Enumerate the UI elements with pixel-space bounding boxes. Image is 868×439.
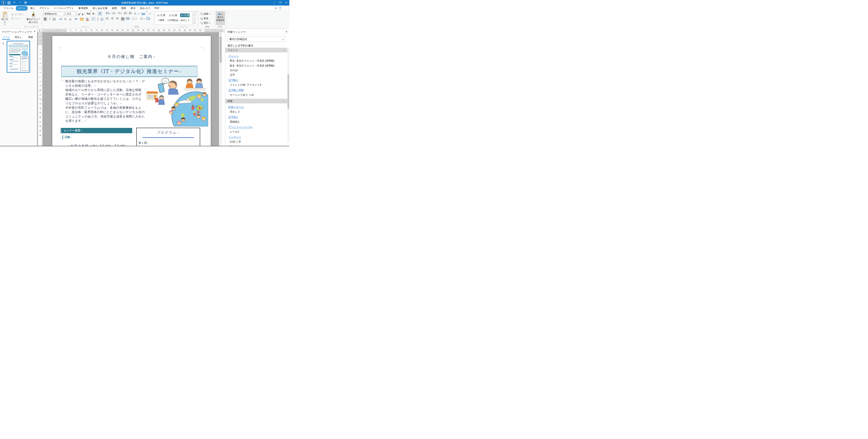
- search-button[interactable]: 検索▼: [200, 12, 210, 15]
- ribbon-tab[interactable]: 参考資料: [76, 6, 90, 10]
- strikethrough-button[interactable]: ab: [59, 17, 63, 21]
- tab-setting-button[interactable]: Tab: [141, 12, 145, 16]
- format-detail-row[interactable]: 文字揃え: [225, 114, 287, 119]
- ribbon-tab[interactable]: 読み上げ: [138, 6, 152, 10]
- document-scrollbar-thumb[interactable]: [220, 36, 222, 63]
- bullets-button[interactable]: ▼: [106, 12, 111, 16]
- phonetic-guide-button[interactable]: A◇: [92, 12, 96, 16]
- character-spacing-button[interactable]: A↔▼: [134, 12, 140, 16]
- format-detail-row[interactable]: 文字飾り: [225, 77, 287, 83]
- format-detail-row[interactable]: レベル2: [225, 129, 287, 134]
- select-button[interactable]: 選択▼: [200, 22, 210, 25]
- format-detail-row[interactable]: 和文: 本文のフォント - 日本語 (游明朝): [225, 58, 287, 63]
- format-detail-row[interactable]: 文字幅と間隔: [225, 87, 287, 92]
- increase-indent-button[interactable]: [128, 12, 132, 16]
- styles-more-icon[interactable]: ≡▼: [193, 20, 196, 24]
- replace-button[interactable]: AB 置換: [200, 17, 208, 20]
- navigation-tab[interactable]: 検索: [25, 34, 37, 39]
- close-button[interactable]: ✕: [283, 0, 289, 5]
- formatting-marks-button[interactable]: →↵: [147, 12, 151, 16]
- font-size-combobox[interactable]: 10.5: [66, 12, 77, 16]
- format-detail-row[interactable]: フォント: [225, 53, 287, 58]
- settings-gear-icon[interactable]: ⚙: [275, 7, 277, 10]
- ribbon-tab[interactable]: 差し込み文書: [90, 6, 110, 10]
- format-detail-row[interactable]: 行頭: 1 字: [225, 139, 287, 144]
- format-detail-row[interactable]: カーニングあり: 1 pt: [225, 92, 287, 97]
- underline-button[interactable]: U▼: [52, 17, 56, 21]
- format-detail-row[interactable]: 見出し 2: [225, 109, 287, 114]
- format-detail-row[interactable]: アウトライン レベル: [225, 124, 287, 129]
- subscript-button[interactable]: Ax: [64, 17, 67, 21]
- numbering-button[interactable]: 123▼: [112, 12, 116, 16]
- style-item[interactable]: かカ漢 ↵標準: [155, 12, 167, 24]
- character-border-button[interactable]: A: [98, 12, 102, 15]
- styles-scroll-down-icon[interactable]: ▼: [193, 16, 196, 20]
- ribbon-tab[interactable]: 校閲: [110, 6, 119, 10]
- justify-button[interactable]: [121, 17, 125, 21]
- navigation-tab[interactable]: ページ: [0, 34, 12, 39]
- multilevel-list-button[interactable]: 1.2.3.▼: [118, 12, 122, 16]
- text-effects-button[interactable]: A▼: [74, 17, 78, 21]
- paste-button[interactable]: 貼り付け ▼: [1, 12, 8, 25]
- highlight-color-button[interactable]: ab▼: [80, 17, 85, 21]
- shading-button[interactable]: ▼: [141, 17, 145, 21]
- superscript-button[interactable]: Ax: [68, 17, 72, 21]
- italic-button[interactable]: I: [48, 17, 52, 21]
- styles-dialog-launcher-icon[interactable]: [195, 10, 197, 12]
- format-detail-row[interactable]: フォントの色: アクセント5: [225, 83, 287, 87]
- task-pane-selector[interactable]: 書式の詳細設定: [227, 37, 285, 42]
- format-detail-row[interactable]: フォント: [225, 48, 287, 53]
- ribbon-tab[interactable]: ファイル: [1, 6, 16, 10]
- navigation-tab[interactable]: 見出し: [12, 34, 25, 39]
- distribute-button[interactable]: [126, 17, 130, 21]
- task-pane-scrollbar-thumb[interactable]: [287, 74, 289, 109]
- paragraph-dialog-launcher-icon[interactable]: [145, 10, 147, 12]
- style-item[interactable]: かカ漢 見出し 1: [179, 12, 191, 24]
- indent-marker[interactable]: [66, 29, 68, 32]
- navigation-close-icon[interactable]: ✕: [34, 30, 35, 33]
- task-pane-close-icon[interactable]: ✕: [286, 30, 287, 33]
- format-detail-row[interactable]: インデント: [225, 134, 287, 139]
- vertical-ruler[interactable]: 21 1234567891011121314151617181920: [38, 32, 42, 146]
- collapse-ribbon-icon[interactable]: ︿: [283, 6, 288, 10]
- ribbon-tab[interactable]: PDF: [152, 6, 162, 10]
- shrink-font-button[interactable]: A－: [82, 12, 86, 16]
- decrease-indent-button[interactable]: [124, 12, 128, 16]
- format-detail-row[interactable]: 欧文: 本文のフォント - 日本語 (游明朝): [225, 63, 287, 68]
- enclose-characters-button[interactable]: A: [91, 17, 95, 21]
- minimize-button[interactable]: ─: [271, 0, 277, 5]
- circled-character-button[interactable]: あ: [100, 17, 104, 21]
- format-painter-button[interactable]: 書式のコピー /貼り付け: [26, 12, 41, 24]
- format-detail-row[interactable]: 太字: [225, 72, 287, 77]
- tab-selector-box[interactable]: L: [38, 29, 41, 32]
- format-detail-row[interactable]: 段落スタイル: [225, 104, 287, 109]
- ribbon-tab[interactable]: デザイン: [37, 6, 52, 10]
- ribbon-tab[interactable]: 挿入: [28, 6, 37, 10]
- change-case-button[interactable]: Aa⤸: [87, 12, 91, 16]
- horizontal-ruler[interactable]: 2 24681012141618202224262830323436384042…: [37, 29, 225, 32]
- font-dialog-launcher-icon[interactable]: [89, 10, 91, 12]
- ribbon-tab[interactable]: ホーム: [16, 6, 28, 10]
- align-center-button[interactable]: [111, 17, 115, 21]
- grow-font-button[interactable]: A+: [78, 12, 82, 16]
- document-page[interactable]: ６月の催し物 ご案内↵ 観光業界《IT・デジタル化》推進セミナー↵ ↵ 観光業の…: [52, 36, 211, 146]
- help-icon[interactable]: ?: [279, 7, 282, 9]
- borders-button[interactable]: ▼: [147, 17, 151, 21]
- align-right-button[interactable]: [116, 17, 120, 21]
- format-detail-row[interactable]: 段落: [225, 99, 287, 103]
- align-left-button[interactable]: [106, 17, 110, 21]
- format-detail-row[interactable]: 10.5 pt: [225, 68, 287, 72]
- format-details-button[interactable]: A 書式の 詳細設定: [216, 11, 225, 25]
- maximize-button[interactable]: ❐: [277, 0, 283, 5]
- page-thumbnail[interactable]: [7, 41, 30, 73]
- style-item[interactable]: かカ漢 ↵行間詰め: [167, 12, 179, 24]
- ribbon-tab[interactable]: 開発: [119, 6, 128, 10]
- format-detail-row[interactable]: 両端揃え: [225, 119, 287, 124]
- font-color-button[interactable]: A▼: [86, 17, 90, 21]
- document-scrollbar[interactable]: ▲: [219, 32, 222, 146]
- ribbon-tab[interactable]: ページレイアウト: [52, 6, 76, 10]
- line-spacing-button[interactable]: ↑↓▼: [132, 17, 137, 21]
- ruby-button[interactable]: ルA: [96, 17, 100, 21]
- ribbon-tab[interactable]: 表示: [128, 6, 138, 10]
- bold-button[interactable]: B: [43, 17, 47, 21]
